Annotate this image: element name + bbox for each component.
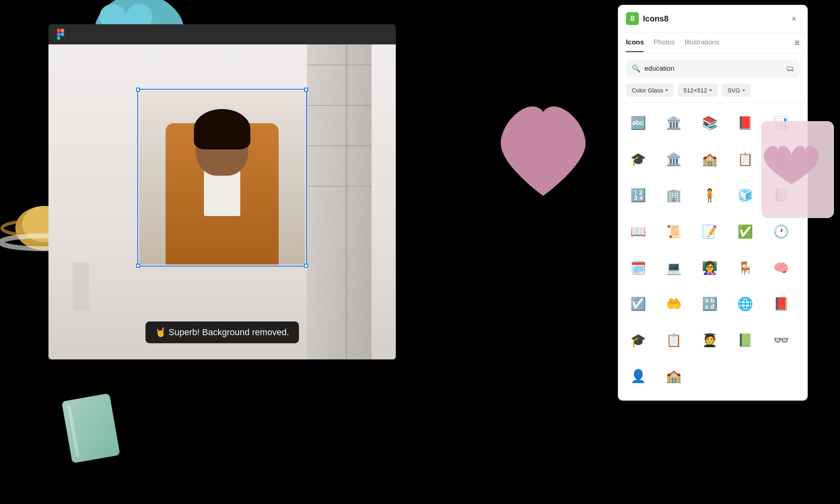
icon-cell-green-open[interactable]: 📗 [731, 325, 761, 355]
figma-app-window: 🎓 🤘 Superb! Background removed. [48, 24, 396, 359]
size-filter-button[interactable]: 512×512 ▾ [678, 84, 718, 97]
svg-text:🪑: 🪑 [737, 260, 753, 275]
filter-bar: Color Glass ▾ 512×512 ▾ SVG ▾ [618, 84, 808, 103]
svg-text:🕐: 🕐 [773, 224, 789, 239]
svg-text:📝: 📝 [702, 224, 718, 239]
svg-text:👩‍🏫: 👩‍🏫 [702, 260, 718, 275]
icon-cell-school-2[interactable]: 🏫 [660, 361, 690, 391]
handle-tl[interactable] [136, 88, 140, 92]
menu-icon[interactable]: ≡ [794, 38, 800, 53]
svg-text:🧍: 🧍 [702, 188, 718, 203]
svg-text:🎓: 🎓 [630, 152, 646, 167]
svg-text:🎓: 🎓 [630, 333, 646, 348]
svg-text:🧊: 🧊 [737, 188, 753, 203]
handle-tr[interactable] [304, 88, 308, 92]
icon-cell-laptop[interactable]: 💻 [660, 253, 690, 283]
svg-rect-6 [57, 32, 61, 36]
icon-cell-hands-book[interactable]: 🤲 [660, 289, 690, 319]
svg-text:📕: 📕 [737, 116, 753, 130]
handle-bl[interactable] [136, 264, 140, 268]
icon-cell-building[interactable]: 🏢 [660, 180, 690, 210]
svg-text:🧠: 🧠 [773, 260, 789, 275]
svg-text:🔢: 🔢 [630, 188, 646, 203]
svg-text:🏢: 🏢 [666, 188, 682, 203]
svg-text:👤: 👤 [630, 369, 646, 384]
tab-photos[interactable]: Photos [653, 38, 675, 52]
svg-text:☑️: ☑️ [630, 296, 646, 311]
svg-text:🔤: 🔤 [630, 116, 646, 130]
icon-cell-books[interactable]: 📚 [696, 108, 726, 138]
icon-cell-desk[interactable]: 🪑 [731, 253, 761, 283]
logo-letter: 8 [630, 15, 634, 23]
icon-cell-person[interactable]: 🧍 [696, 180, 726, 210]
svg-text:🧑‍🎓: 🧑‍🎓 [702, 333, 718, 348]
svg-text:✅: ✅ [737, 224, 753, 239]
format-filter-chevron: ▾ [743, 88, 745, 93]
search-icon: 🔍 [632, 64, 640, 73]
icon-cell-task-list[interactable]: 📋 [660, 325, 690, 355]
figma-logo [55, 29, 66, 40]
svg-text:🔡: 🔡 [702, 296, 718, 311]
canvas-area: 🎓 🤘 Superb! Background removed. [48, 44, 396, 359]
svg-text:📚: 📚 [702, 116, 718, 130]
icon-cell-museum[interactable]: 🏛️ [660, 144, 690, 174]
svg-text:📗: 📗 [737, 333, 753, 348]
icon-cell-grad-cap[interactable]: 🎓 [624, 144, 654, 174]
panel-header: 8 Icons8 × [618, 5, 808, 33]
icon-cell-glasses[interactable]: 👓 [767, 325, 797, 355]
panel-tabs: Icons Photos Illustrations ≡ [618, 33, 808, 53]
handle-br[interactable] [304, 264, 308, 268]
tab-illustrations[interactable]: Illustrations [685, 38, 719, 52]
icon-cell-school[interactable]: 🏫 [696, 144, 726, 174]
icon-cell-notepad[interactable]: 📝 [696, 216, 726, 246]
toast-notification: 🤘 Superb! Background removed. [145, 321, 299, 343]
style-filter-button[interactable]: Color Glass ▾ [626, 84, 674, 97]
svg-text:📖: 📖 [630, 224, 646, 239]
format-filter-button[interactable]: SVG ▾ [722, 84, 751, 97]
svg-text:🏛️: 🏛️ [666, 116, 682, 130]
icon-cell-open-book[interactable]: 📖 [624, 216, 654, 246]
svg-text:👓: 👓 [773, 333, 789, 348]
svg-text:🌐: 🌐 [737, 296, 753, 311]
search-bar: 🔍 🗂 [626, 60, 800, 77]
icon-cell-globe[interactable]: 🌐 [731, 289, 761, 319]
svg-text:🏫: 🏫 [702, 152, 718, 167]
svg-text:🏛️: 🏛️ [666, 152, 682, 167]
close-button[interactable]: × [788, 13, 800, 24]
svg-text:🤲: 🤲 [666, 296, 682, 311]
svg-rect-4 [57, 29, 61, 32]
svg-text:💻: 💻 [666, 260, 682, 275]
icon-cell-bank[interactable]: 🏛️ [660, 108, 690, 138]
svg-rect-5 [61, 29, 64, 32]
icon-cell-brain[interactable]: 🧠 [767, 253, 797, 283]
svg-point-8 [61, 32, 64, 36]
notebook-decoration [61, 393, 120, 463]
svg-rect-7 [57, 36, 61, 40]
selection-box [137, 89, 307, 267]
app-toolbar [48, 24, 396, 44]
icon-cell-red-book[interactable]: 📕 [767, 289, 797, 319]
svg-text:📋: 📋 [666, 333, 682, 348]
icon-cell-calendar[interactable]: 🗓️ [624, 253, 654, 283]
icon-cell-person-2[interactable]: 👤 [624, 361, 654, 391]
icon-cell-student[interactable]: 🧑‍🎓 [696, 325, 726, 355]
size-filter-label: 512×512 [683, 87, 707, 94]
folder-icon[interactable]: 🗂 [786, 64, 794, 73]
icon-cell-grad-cap-2[interactable]: 🎓 [624, 325, 654, 355]
svg-text:📋: 📋 [737, 152, 753, 167]
panel-title: Icons8 [643, 14, 784, 23]
svg-text:📜: 📜 [666, 224, 682, 239]
pink-heart-decoration [757, 117, 838, 224]
toast-text: 🤘 Superb! Background removed. [155, 327, 289, 337]
icon-cell-text-font[interactable]: 🔡 [696, 289, 726, 319]
size-filter-chevron: ▾ [710, 88, 712, 93]
svg-text:🏫: 🏫 [666, 369, 682, 384]
icon-cell-check-teal[interactable]: ☑️ [624, 289, 654, 319]
tab-icons[interactable]: Icons [626, 38, 644, 52]
style-filter-chevron: ▾ [666, 88, 668, 93]
icon-cell-certificate[interactable]: 📜 [660, 216, 690, 246]
icon-cell-abc[interactable]: 🔤 [624, 108, 654, 138]
icon-cell-teacher[interactable]: 👩‍🏫 [696, 253, 726, 283]
icon-cell-numbers[interactable]: 🔢 [624, 180, 654, 210]
search-input[interactable] [645, 65, 782, 73]
